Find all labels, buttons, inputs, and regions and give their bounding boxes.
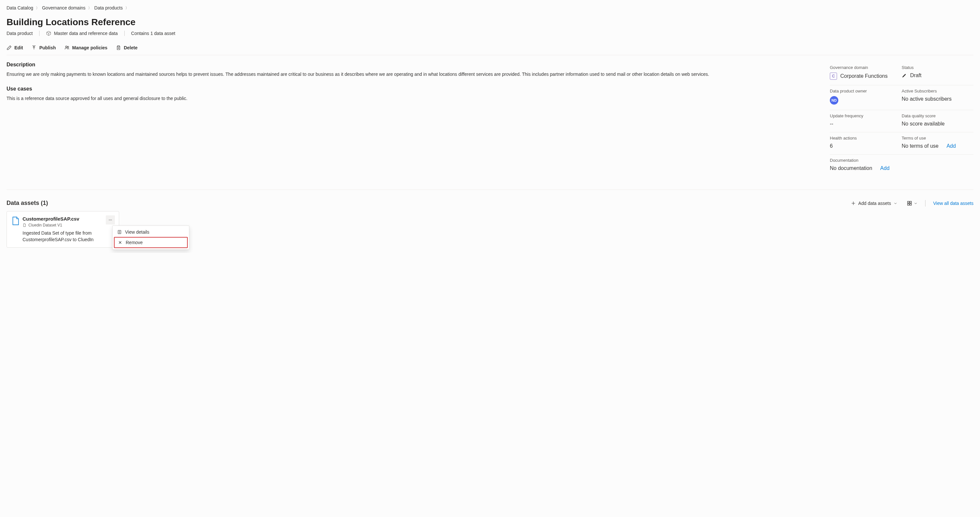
subtitle-classification: Master data and reference data <box>46 31 118 36</box>
more-actions-button[interactable] <box>106 215 115 225</box>
close-icon <box>118 240 123 245</box>
avatar[interactable]: ND <box>830 96 838 105</box>
breadcrumb-item-domains[interactable]: Governance domains <box>42 5 86 10</box>
meta-terms: Terms of use No terms of use Add <box>902 132 974 155</box>
asset-description: Ingested Data Set of type file from Cust… <box>22 230 114 243</box>
edit-button[interactable]: Edit <box>6 45 23 50</box>
chevron-down-icon <box>894 202 897 205</box>
draft-icon <box>902 73 907 78</box>
view-toggle[interactable] <box>907 201 917 206</box>
meta-owner: Data product owner ND <box>830 85 902 110</box>
view-all-assets-link[interactable]: View all data assets <box>933 201 974 206</box>
use-cases-heading: Use cases <box>6 86 813 92</box>
subtitle-asset-count: Contains 1 data asset <box>131 31 175 36</box>
asset-card[interactable]: CustomerprofileSAP.csv Cluedin Dataset V… <box>6 211 119 248</box>
more-icon <box>108 218 113 222</box>
meta-status: Status Draft <box>902 62 974 85</box>
file-icon <box>12 217 19 225</box>
manage-policies-button[interactable]: Manage policies <box>64 45 107 50</box>
svg-point-0 <box>65 46 67 48</box>
add-terms-link[interactable]: Add <box>947 143 956 149</box>
asset-dataset: Cluedin Dataset V1 <box>22 223 114 227</box>
chevron-down-icon <box>914 202 917 205</box>
publish-button[interactable]: Publish <box>31 45 56 50</box>
description-text: Ensuring we are only making payments to … <box>6 71 813 77</box>
chevron-right-icon: 〉 <box>36 6 40 10</box>
meta-subscribers: Active Subscribers No active subscribers <box>902 85 974 110</box>
cube-icon <box>46 31 51 36</box>
document-icon <box>22 223 27 227</box>
page-title: Building Locations Reference <box>6 17 974 27</box>
people-icon <box>64 45 70 50</box>
subtitle-row: Data product Master data and reference d… <box>6 31 974 36</box>
grid-icon <box>907 201 912 206</box>
details-icon <box>117 230 122 234</box>
chevron-right-icon: 〉 <box>88 6 92 10</box>
svg-rect-4 <box>908 204 909 205</box>
svg-rect-3 <box>910 201 912 203</box>
asset-name: CustomerprofileSAP.csv <box>22 216 114 222</box>
subtitle-type: Data product <box>6 31 33 36</box>
breadcrumb-item-catalog[interactable]: Data Catalog <box>6 5 33 10</box>
menu-view-details[interactable]: View details <box>114 227 188 237</box>
governance-domain-badge: C <box>830 73 837 80</box>
add-data-assets-button[interactable]: Add data assets <box>849 200 899 206</box>
svg-point-7 <box>110 220 111 220</box>
chevron-right-icon: 〉 <box>126 6 129 10</box>
upload-icon <box>31 45 37 50</box>
svg-rect-5 <box>910 204 912 205</box>
plus-icon <box>851 201 856 206</box>
delete-button[interactable]: Delete <box>116 45 137 50</box>
svg-point-8 <box>111 220 112 220</box>
meta-governance-domain: Governance domain C Corporate Functions <box>830 62 902 85</box>
trash-icon <box>116 45 121 50</box>
svg-point-6 <box>109 220 110 220</box>
context-menu: View details Remove <box>112 225 189 250</box>
meta-update-frequency: Update frequency -- <box>830 110 902 132</box>
pencil-icon <box>6 45 12 50</box>
menu-remove[interactable]: Remove <box>114 237 188 248</box>
meta-health-actions: Health actions 6 <box>830 132 902 155</box>
meta-dq-score: Data quality score No score available <box>902 110 974 132</box>
svg-point-1 <box>68 46 69 48</box>
meta-documentation: Documentation No documentation Add <box>830 155 974 177</box>
breadcrumb: Data Catalog 〉 Governance domains 〉 Data… <box>6 5 974 10</box>
add-documentation-link[interactable]: Add <box>880 165 889 171</box>
description-heading: Description <box>6 62 813 68</box>
use-cases-text: This is a reference data source approved… <box>6 95 813 102</box>
svg-rect-2 <box>908 201 909 203</box>
data-assets-heading: Data assets (1) <box>6 199 48 207</box>
toolbar: Edit Publish Manage policies Delete <box>6 45 974 55</box>
breadcrumb-item-products[interactable]: Data products <box>94 5 123 10</box>
